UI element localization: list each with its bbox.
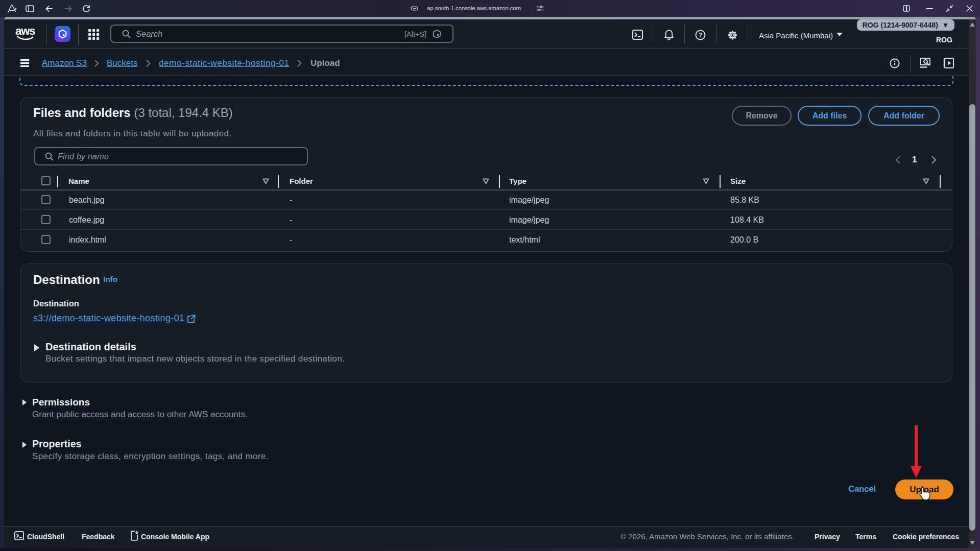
svg-text:?: ? <box>699 32 703 39</box>
